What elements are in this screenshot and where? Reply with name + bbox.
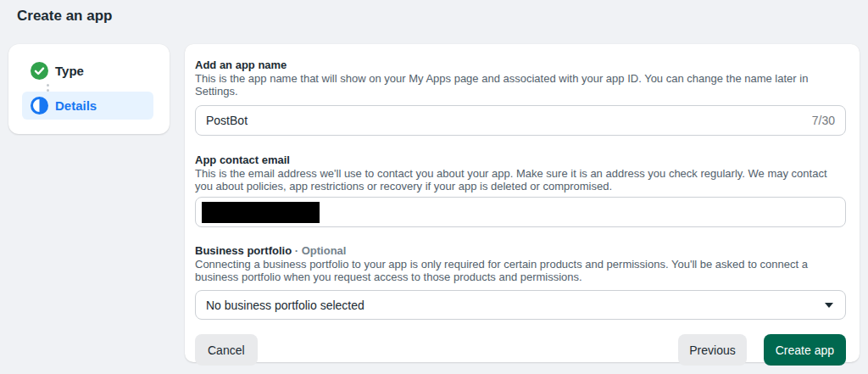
app-name-input-wrapper: 7/30	[195, 105, 846, 136]
create-app-button[interactable]: Create app	[764, 334, 846, 366]
business-portfolio-select[interactable]: No business portfolio selected	[195, 290, 846, 320]
previous-button[interactable]: Previous	[678, 334, 746, 366]
page-title: Create an app	[17, 8, 112, 25]
redacted-email-value	[202, 202, 320, 223]
stepper-step-details[interactable]: Details	[22, 92, 153, 120]
stepper-step-type[interactable]: Type	[31, 57, 156, 85]
form-button-row: Cancel Previous Create app	[195, 334, 846, 366]
optional-tag: · Optional	[295, 244, 347, 257]
chevron-down-icon	[825, 303, 833, 308]
contact-email-description: This is the email address we'll use to c…	[195, 167, 846, 193]
app-name-input[interactable]	[206, 114, 805, 127]
stepper-card: Type Details	[8, 44, 170, 134]
business-portfolio-selected-value: No business portfolio selected	[206, 299, 825, 312]
business-portfolio-description: Connecting a business portfolio to your …	[195, 258, 846, 283]
app-name-label: Add an app name	[195, 59, 846, 71]
create-app-form-card: Add an app name This is the app name tha…	[185, 44, 860, 362]
contact-email-input-wrapper	[195, 197, 846, 227]
step-label-details: Details	[55, 98, 97, 113]
app-name-char-counter: 7/30	[812, 114, 835, 127]
step-label-type: Type	[55, 64, 84, 78]
cancel-button[interactable]: Cancel	[195, 334, 258, 366]
contact-email-label: App contact email	[195, 154, 846, 166]
stepper-connector-dot	[47, 84, 49, 87]
app-name-description: This is the app name that will show on y…	[195, 72, 846, 98]
check-circle-icon	[31, 62, 48, 80]
half-circle-progress-icon	[31, 97, 48, 114]
business-portfolio-label: Business portfolio · Optional	[195, 244, 846, 257]
business-portfolio-label-text: Business portfolio	[195, 244, 292, 257]
